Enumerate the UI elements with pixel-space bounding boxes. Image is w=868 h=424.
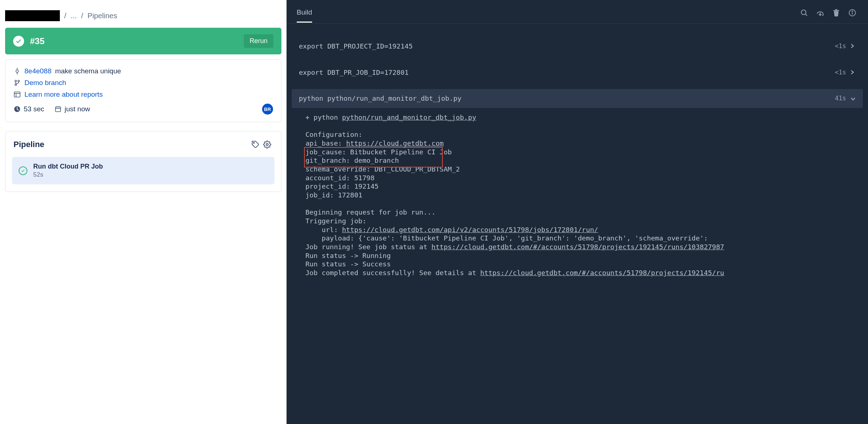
right-panel: Build export DBT_PROJECT_ID=192145 <1s e… bbox=[287, 0, 868, 424]
pipeline-title: Pipeline bbox=[14, 140, 250, 149]
branch-link[interactable]: Demo branch bbox=[24, 79, 66, 87]
log-command-row[interactable]: export DBT_PROJECT_ID=192145 <1s bbox=[292, 37, 863, 56]
download-icon[interactable] bbox=[815, 7, 826, 20]
commit-hash-link[interactable]: 8e4e088 bbox=[24, 67, 51, 75]
log-command: export DBT_PROJECT_ID=192145 bbox=[299, 42, 831, 51]
pipeline-step[interactable]: Run dbt Cloud PR Job 52s bbox=[12, 157, 274, 184]
clock-icon bbox=[14, 106, 21, 112]
run-header: #35 Rerun bbox=[5, 28, 281, 54]
log-output: + python python/run_and_monitor_dbt_job.… bbox=[292, 108, 863, 277]
reports-icon bbox=[14, 92, 21, 97]
svg-rect-6 bbox=[14, 92, 20, 97]
success-icon bbox=[19, 166, 27, 175]
log-command: python python/run_and_monitor_dbt_job.py bbox=[299, 94, 831, 103]
commit-message: make schema unique bbox=[55, 67, 121, 75]
svg-point-15 bbox=[266, 143, 268, 146]
chevron-right-icon bbox=[850, 68, 856, 77]
tag-icon[interactable] bbox=[250, 139, 261, 150]
svg-line-17 bbox=[805, 14, 807, 16]
breadcrumb-ellipsis[interactable]: ... bbox=[71, 12, 77, 20]
svg-rect-18 bbox=[833, 10, 840, 11]
svg-point-5 bbox=[15, 84, 16, 85]
breadcrumb-redacted bbox=[5, 10, 60, 21]
tab-build[interactable]: Build bbox=[297, 8, 312, 23]
log-command-row[interactable]: python python/run_and_monitor_dbt_job.py… bbox=[292, 89, 863, 108]
svg-point-0 bbox=[16, 70, 19, 73]
run-number: #35 bbox=[30, 36, 238, 46]
avatar[interactable]: BR bbox=[262, 104, 273, 115]
breadcrumb-sep: / bbox=[81, 12, 83, 20]
pipeline-section: Pipeline Run dbt Cloud PR Job 52s bbox=[5, 131, 281, 192]
trash-icon[interactable] bbox=[831, 7, 842, 20]
rerun-button[interactable]: Rerun bbox=[244, 34, 273, 48]
calendar-icon bbox=[54, 106, 62, 112]
log-duration: 41s bbox=[835, 95, 846, 103]
log-duration: <1s bbox=[835, 69, 846, 77]
breadcrumb: / ... / Pipelines bbox=[5, 0, 281, 28]
commit-card: 8e4e088 make schema unique Demo branch L… bbox=[5, 59, 281, 122]
left-panel: / ... / Pipelines #35 Rerun 8e4e088 make… bbox=[0, 0, 287, 424]
svg-point-22 bbox=[852, 11, 853, 12]
reports-link[interactable]: Learn more about reports bbox=[24, 90, 103, 99]
svg-point-16 bbox=[801, 10, 806, 15]
search-icon[interactable] bbox=[799, 7, 810, 20]
breadcrumb-sep: / bbox=[64, 12, 66, 20]
log-header: Build bbox=[287, 0, 868, 24]
svg-rect-19 bbox=[835, 9, 837, 10]
chevron-right-icon bbox=[850, 42, 856, 51]
log-command: export DBT_PR_JOB_ID=172801 bbox=[299, 68, 831, 77]
svg-point-14 bbox=[253, 142, 254, 143]
duration-text: 53 sec bbox=[24, 105, 44, 113]
gear-icon[interactable] bbox=[261, 139, 273, 150]
log-command-row[interactable]: export DBT_PR_JOB_ID=172801 <1s bbox=[292, 63, 863, 82]
svg-point-3 bbox=[15, 80, 16, 82]
svg-point-4 bbox=[18, 80, 19, 82]
commit-icon bbox=[14, 68, 21, 74]
log-area[interactable]: export DBT_PROJECT_ID=192145 <1s export … bbox=[287, 24, 868, 424]
success-icon bbox=[13, 36, 24, 47]
time-text: just now bbox=[65, 105, 90, 113]
step-duration: 52s bbox=[33, 171, 103, 178]
info-icon[interactable] bbox=[847, 7, 858, 20]
breadcrumb-current[interactable]: Pipelines bbox=[88, 12, 117, 20]
branch-icon bbox=[14, 80, 21, 86]
svg-rect-10 bbox=[55, 107, 61, 112]
log-duration: <1s bbox=[835, 42, 846, 50]
step-name: Run dbt Cloud PR Job bbox=[33, 163, 103, 170]
chevron-down-icon bbox=[850, 94, 856, 103]
